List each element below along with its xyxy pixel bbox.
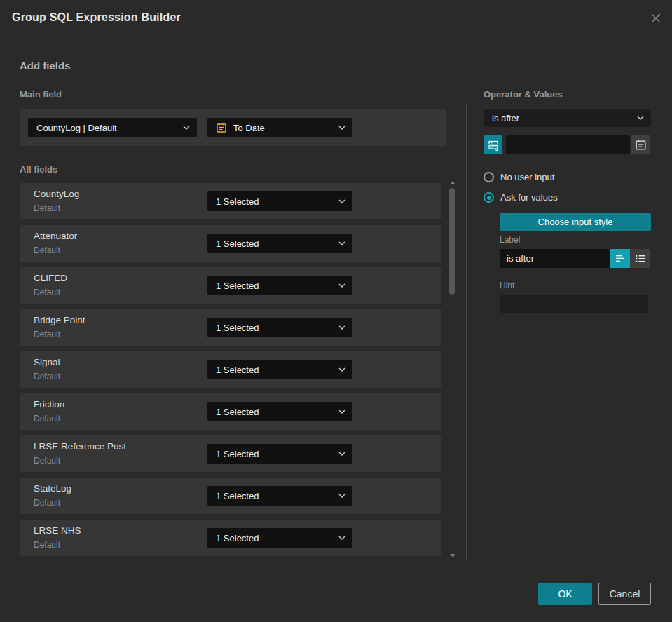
stacked-values-icon[interactable] — [484, 135, 502, 154]
main-field-select-value: CountyLog | Default — [36, 123, 177, 133]
field-name: CountyLog — [34, 189, 79, 199]
chevron-down-icon — [183, 126, 190, 130]
chevron-down-icon — [637, 116, 644, 120]
scroll-up-icon[interactable] — [450, 181, 455, 184]
calendar-gold-icon — [216, 122, 227, 133]
operator-values-heading: Operator & Values — [484, 89, 563, 100]
field-source: Default — [34, 498, 60, 508]
field-row: CLIFED Default 1 Selected — [20, 267, 441, 304]
field-selection-value: 1 Selected — [216, 533, 333, 543]
chevron-down-icon — [338, 494, 345, 498]
chevron-down-icon — [338, 283, 345, 288]
field-row: StateLog Default 1 Selected — [20, 478, 441, 514]
field-selection-select[interactable]: 1 Selected — [207, 528, 352, 548]
field-name: LRSE Reference Post — [34, 441, 126, 452]
main-field-select[interactable]: CountyLog | Default — [28, 118, 197, 137]
field-selection-value: 1 Selected — [216, 238, 333, 249]
label-input[interactable] — [500, 249, 610, 268]
field-source: Default — [34, 456, 60, 466]
radio-ask-for-values-label: Ask for values — [500, 192, 558, 203]
dialog-title: Group SQL Expression Builder — [12, 11, 181, 24]
field-selection-value: 1 Selected — [216, 491, 333, 501]
field-selection-select[interactable]: 1 Selected — [207, 360, 352, 379]
radio-no-user-input-label: No user input — [500, 172, 554, 182]
chevron-down-icon — [338, 536, 345, 540]
add-fields-heading: Add fields — [20, 60, 71, 72]
field-name: CLIFED — [34, 273, 67, 283]
field-name: Attenuator — [34, 231, 77, 241]
chevron-down-icon — [338, 325, 345, 330]
field-selection-value: 1 Selected — [216, 280, 333, 291]
field-name: Friction — [34, 399, 64, 410]
field-source: Default — [34, 372, 60, 381]
field-selection-select[interactable]: 1 Selected — [207, 191, 352, 211]
field-selection-select[interactable]: 1 Selected — [207, 444, 352, 464]
align-left-icon[interactable] — [610, 249, 630, 268]
radio-circle-selected-icon — [484, 192, 494, 203]
field-source: Default — [34, 245, 60, 255]
chevron-down-icon — [338, 126, 345, 130]
chevron-down-icon — [338, 199, 345, 203]
label-field-label: Label — [500, 235, 520, 245]
field-selection-value: 1 Selected — [216, 365, 333, 375]
cancel-button[interactable]: Cancel — [598, 583, 651, 605]
field-row: Bridge Point Default 1 Selected — [20, 309, 441, 346]
radio-ask-for-values[interactable]: Ask for values — [484, 192, 558, 203]
panel-divider — [466, 104, 467, 561]
list-icon[interactable] — [630, 249, 650, 268]
date-mode-select[interactable]: To Date — [207, 118, 352, 137]
field-selection-select[interactable]: 1 Selected — [207, 276, 352, 295]
operator-select-value: is after — [492, 113, 631, 123]
date-mode-select-value: To Date — [233, 123, 333, 133]
field-selection-select[interactable]: 1 Selected — [207, 486, 352, 506]
main-field-label: Main field — [20, 89, 62, 100]
value-input[interactable] — [506, 135, 630, 154]
choose-input-style-button[interactable]: Choose input style — [500, 213, 651, 231]
field-row: CountyLog Default 1 Selected — [20, 183, 441, 219]
all-fields-label: All fields — [20, 164, 57, 175]
field-selection-select[interactable]: 1 Selected — [207, 234, 352, 253]
dialog-header: Group SQL Expression Builder — [0, 0, 672, 36]
operator-select[interactable]: is after — [484, 109, 651, 127]
radio-no-user-input[interactable]: No user input — [484, 172, 554, 182]
field-row: Attenuator Default 1 Selected — [20, 225, 441, 262]
field-source: Default — [34, 203, 60, 213]
list-scrollbar-thumb[interactable] — [449, 188, 455, 295]
ok-button[interactable]: OK — [538, 583, 592, 605]
chevron-down-icon — [338, 452, 345, 456]
field-name: StateLog — [34, 483, 71, 494]
field-name: Signal — [34, 357, 60, 367]
field-source: Default — [34, 414, 60, 424]
hint-field-label: Hint — [500, 280, 514, 290]
field-selection-value: 1 Selected — [216, 196, 333, 207]
field-source: Default — [34, 540, 60, 550]
radio-circle-icon — [484, 172, 494, 182]
field-source: Default — [34, 330, 60, 339]
field-selection-value: 1 Selected — [216, 323, 333, 333]
all-fields-list: CountyLog Default 1 Selected Attenuator … — [20, 183, 441, 562]
chevron-down-icon — [338, 241, 345, 245]
field-source: Default — [34, 288, 60, 297]
field-selection-select[interactable]: 1 Selected — [207, 402, 352, 421]
close-icon[interactable] — [650, 12, 662, 25]
field-row: Signal Default 1 Selected — [20, 351, 441, 388]
chevron-down-icon — [338, 367, 345, 372]
chevron-down-icon — [338, 410, 345, 414]
field-selection-value: 1 Selected — [216, 449, 333, 459]
field-name: Bridge Point — [34, 315, 85, 325]
scroll-down-icon[interactable] — [450, 554, 455, 557]
calendar-icon[interactable] — [631, 135, 650, 154]
main-field-band: CountyLog | Default To Date — [20, 109, 446, 146]
hint-input[interactable] — [500, 295, 648, 313]
field-name: LRSE NHS — [34, 525, 81, 536]
field-row: LRSE NHS Default 1 Selected — [20, 520, 441, 556]
field-selection-select[interactable]: 1 Selected — [207, 318, 352, 337]
field-row: Friction Default 1 Selected — [20, 393, 441, 430]
field-selection-value: 1 Selected — [216, 407, 333, 417]
field-row: LRSE Reference Post Default 1 Selected — [20, 435, 441, 472]
